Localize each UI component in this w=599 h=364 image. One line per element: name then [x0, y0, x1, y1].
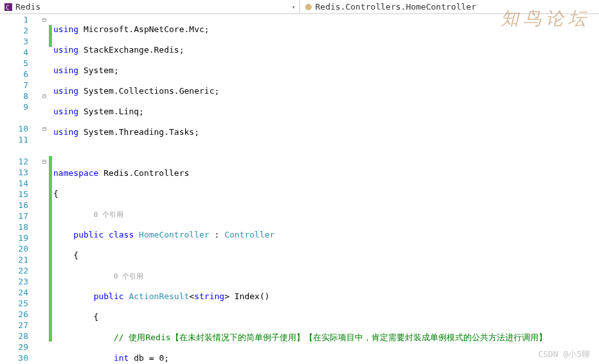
class-dropdown[interactable]: Redis.Controllers.HomeController — [300, 0, 600, 13]
line-number-gutter: 1234567891011121314151617181920212223242… — [0, 14, 40, 364]
references-label[interactable]: 0 个引用 — [94, 211, 123, 219]
project-dropdown[interactable]: C Redis ▾ — [0, 0, 300, 13]
fold-toggle[interactable]: ⊟ — [40, 123, 49, 134]
svg-point-2 — [305, 4, 312, 10]
project-name: Redis — [15, 2, 292, 12]
chevron-down-icon: ▾ — [292, 4, 295, 10]
fold-toggle[interactable]: ⊟ — [40, 156, 49, 167]
fold-toggle[interactable]: ⊟ — [40, 91, 49, 101]
code-content[interactable]: using Microsoft.AspNetCore.Mvc; using St… — [52, 14, 599, 364]
class-icon — [304, 3, 313, 12]
navigation-bar: C Redis ▾ Redis.Controllers.HomeControll… — [0, 0, 599, 14]
svg-text:C: C — [6, 4, 9, 11]
references-label[interactable]: 0 个引用 — [114, 272, 143, 281]
class-name: Redis.Controllers.HomeController — [316, 2, 596, 12]
fold-gutter: ⊟⊟⊟⊟ — [40, 14, 49, 364]
csharp-project-icon: C — [4, 3, 13, 12]
code-editor[interactable]: 1234567891011121314151617181920212223242… — [0, 14, 599, 364]
fold-toggle[interactable]: ⊟ — [40, 14, 49, 25]
